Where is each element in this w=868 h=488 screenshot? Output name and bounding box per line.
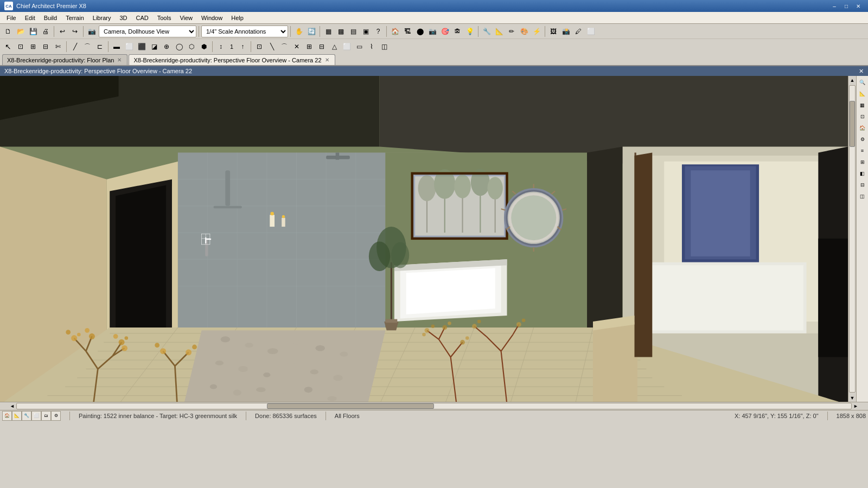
print-btn[interactable]: 🖨 (40, 25, 52, 37)
panel-btn-1[interactable]: 🔍 (857, 77, 868, 88)
scroll-up-btn[interactable]: ▲ (848, 76, 857, 84)
panel-btn-6[interactable]: ⚙ (857, 134, 868, 145)
scroll-down-btn[interactable]: ▼ (848, 394, 857, 402)
snap-btn9[interactable]: ▭ (353, 41, 365, 53)
wall-btn2[interactable]: ⬜ (123, 41, 135, 53)
panel-btn-8[interactable]: ⊞ (857, 157, 868, 168)
close-button[interactable]: ✕ (853, 2, 864, 10)
menu-edit[interactable]: Edit (21, 14, 40, 22)
snap-btn2[interactable]: ╲ (266, 41, 278, 53)
maximize-button[interactable]: □ (841, 2, 852, 10)
snap-btn5[interactable]: ⊞ (303, 41, 315, 53)
render-btn1[interactable]: ▦ (322, 25, 334, 37)
menu-3d[interactable]: 3D (115, 14, 131, 22)
menu-terrain[interactable]: Terrain (61, 14, 88, 22)
snap-btn7[interactable]: △ (328, 41, 340, 53)
photo-btn4[interactable]: ⬜ (585, 25, 597, 37)
extra-btn5[interactable]: ⚡ (531, 25, 542, 37)
obj-btn3[interactable]: ⬤ (414, 25, 426, 37)
wall-btn1[interactable]: ▬ (111, 41, 123, 53)
help-btn[interactable]: ? (372, 25, 384, 37)
scroll-right-btn[interactable]: ► (852, 403, 860, 410)
hand-tool-btn[interactable]: ✋ (293, 25, 305, 37)
obj-btn6[interactable]: 🏚 (451, 25, 463, 37)
menu-view[interactable]: View (175, 14, 197, 22)
wall-btn7[interactable]: ⬡ (186, 41, 197, 53)
vertical-scrollbar[interactable]: ▲ ▼ (848, 76, 856, 402)
snap-btn10[interactable]: ⌇ (366, 41, 378, 53)
select3-btn[interactable]: ⊞ (27, 41, 39, 53)
extra-btn4[interactable]: 🎨 (518, 25, 530, 37)
extra-btn1[interactable]: 🔧 (481, 25, 493, 37)
status-btn-6[interactable]: ⚙ (51, 411, 61, 421)
panel-btn-3[interactable]: ▦ (857, 100, 868, 111)
v-scroll-track[interactable] (849, 85, 856, 393)
photo-btn2[interactable]: 📸 (560, 25, 572, 37)
orbit-btn[interactable]: 🔄 (305, 25, 317, 37)
menu-build[interactable]: Build (40, 14, 61, 22)
wall-btn8[interactable]: ⬢ (198, 41, 210, 53)
render-btn3[interactable]: ▤ (347, 25, 359, 37)
snap-btn8[interactable]: ⬜ (341, 41, 353, 53)
minimize-button[interactable]: – (829, 2, 840, 10)
status-btn-1[interactable]: 🏠 (2, 411, 12, 421)
panel-btn-2[interactable]: 📐 (857, 88, 868, 99)
new-btn[interactable]: 🗋 (2, 25, 14, 37)
wall-btn6[interactable]: ◯ (173, 41, 185, 53)
tab2-close[interactable]: ✕ (324, 57, 330, 63)
tab-perspective[interactable]: X8-Breckenridge-productivity: Perspectiv… (129, 54, 335, 65)
menu-help[interactable]: Help (227, 14, 248, 22)
dim-btn2[interactable]: ↑ (237, 41, 248, 53)
snap-btn4[interactable]: ✕ (291, 41, 303, 53)
camera-icon[interactable]: 📷 (86, 25, 98, 37)
undo-btn[interactable]: ↩ (56, 25, 68, 37)
render-btn2[interactable]: ▩ (335, 25, 347, 37)
wall-btn5[interactable]: ⊕ (161, 41, 173, 53)
obj-btn1[interactable]: 🏠 (389, 25, 401, 37)
dim-btn1[interactable]: ↕ (215, 41, 227, 53)
wall-btn3[interactable]: ⬛ (136, 41, 148, 53)
snap-btn1[interactable]: ⊡ (253, 41, 265, 53)
select5-btn[interactable]: ✄ (52, 41, 64, 53)
menu-window[interactable]: Window (197, 14, 227, 22)
panel-btn-9[interactable]: ◧ (857, 168, 868, 179)
status-btn-2[interactable]: 📐 (12, 411, 22, 421)
panel-btn-11[interactable]: ◫ (857, 191, 868, 202)
menu-library[interactable]: Library (88, 14, 116, 22)
panel-btn-4[interactable]: ⊡ (857, 111, 868, 122)
snap-btn3[interactable]: ⌒ (278, 41, 290, 53)
obj-btn7[interactable]: 💡 (464, 25, 476, 37)
status-btn-5[interactable]: 🗂 (41, 411, 51, 421)
tab1-close[interactable]: ✕ (116, 57, 123, 63)
panel-btn-10[interactable]: ⊟ (857, 179, 868, 190)
menu-tools[interactable]: Tools (153, 14, 176, 22)
snap-btn11[interactable]: ◫ (378, 41, 390, 53)
select2-btn[interactable]: ⊡ (15, 41, 27, 53)
status-btn-4[interactable]: ⬜ (31, 411, 41, 421)
snap-btn6[interactable]: ⊟ (316, 41, 328, 53)
camera-dropdown[interactable]: Camera, Dollhouse View (99, 25, 196, 37)
scroll-left-btn[interactable]: ◄ (8, 403, 16, 410)
extra-btn3[interactable]: ✏ (506, 25, 518, 37)
render-btn4[interactable]: ▣ (360, 25, 372, 37)
3d-viewport[interactable] (0, 76, 848, 402)
draw-btn1[interactable]: ╱ (69, 41, 81, 53)
menu-cad[interactable]: CAD (131, 14, 152, 22)
redo-btn[interactable]: ↪ (69, 25, 81, 37)
draw-btn3[interactable]: ⊏ (94, 41, 106, 53)
extra-btn2[interactable]: 📐 (493, 25, 505, 37)
draw-btn2[interactable]: ⌒ (81, 41, 93, 53)
obj-btn5[interactable]: 🎯 (439, 25, 451, 37)
panel-btn-7[interactable]: ≡ (857, 145, 868, 156)
horizontal-scrollbar[interactable]: ◄ ► (0, 402, 868, 410)
scale-dropdown[interactable]: 1/4" Scale Annotations (201, 25, 288, 37)
panel-btn-5[interactable]: 🏠 (857, 123, 868, 133)
select4-btn[interactable]: ⊟ (40, 41, 52, 53)
open-btn[interactable]: 📂 (15, 25, 27, 37)
status-btn-3[interactable]: 🔧 (22, 411, 31, 421)
h-scroll-thumb[interactable] (267, 403, 434, 409)
select-btn[interactable]: ↖ (2, 41, 14, 53)
obj-btn2[interactable]: 🏗 (401, 25, 413, 37)
close-view-btn[interactable]: ✕ (859, 68, 864, 75)
photo-btn3[interactable]: 🖊 (572, 25, 584, 37)
